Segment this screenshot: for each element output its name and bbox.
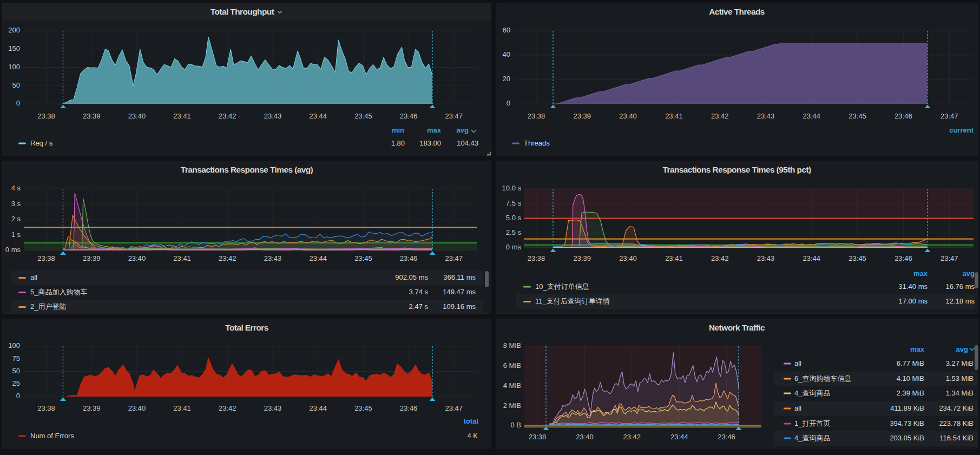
svg-text:4_查询商品: 4_查询商品: [794, 434, 830, 442]
svg-text:min: min: [392, 126, 404, 134]
svg-text:max: max: [913, 269, 928, 278]
svg-text:total: total: [464, 417, 478, 425]
svg-text:23:40: 23:40: [128, 404, 146, 412]
svg-text:23:43: 23:43: [757, 254, 775, 262]
svg-text:902.05 ms: 902.05 ms: [395, 273, 428, 281]
svg-text:16.76 ms: 16.76 ms: [946, 282, 975, 291]
svg-text:394.73 KiB: 394.73 KiB: [890, 419, 924, 427]
svg-text:411.89 KiB: 411.89 KiB: [890, 404, 924, 412]
svg-text:23:38: 23:38: [528, 254, 545, 262]
svg-text:17.00 ms: 17.00 ms: [899, 297, 928, 305]
svg-text:50: 50: [12, 81, 20, 89]
svg-text:12.18 ms: 12.18 ms: [946, 297, 975, 305]
svg-text:23:38: 23:38: [528, 112, 545, 120]
svg-text:current: current: [949, 126, 974, 134]
svg-text:223.78 KiB: 223.78 KiB: [939, 419, 974, 427]
svg-text:23:42: 23:42: [623, 433, 641, 441]
svg-text:23:45: 23:45: [354, 404, 372, 412]
svg-text:6_查询购物车信息: 6_查询购物车信息: [794, 374, 851, 383]
svg-text:6 MiB: 6 MiB: [503, 361, 521, 370]
svg-text:109.16 ms: 109.16 ms: [443, 302, 476, 311]
svg-text:23:44: 23:44: [309, 404, 327, 412]
svg-text:8 MiB: 8 MiB: [503, 341, 521, 350]
svg-text:23:47: 23:47: [940, 254, 958, 262]
svg-text:23:46: 23:46: [400, 254, 418, 262]
svg-text:23:47: 23:47: [445, 112, 463, 120]
svg-text:0: 0: [16, 99, 20, 107]
svg-text:75: 75: [12, 354, 20, 362]
svg-text:all: all: [30, 273, 37, 281]
svg-text:6.77 MiB: 6.77 MiB: [897, 359, 924, 367]
svg-text:1.53 MiB: 1.53 MiB: [946, 374, 974, 383]
svg-text:11_支付后查询订单详情: 11_支付后查询订单详情: [535, 297, 610, 305]
svg-text:200: 200: [8, 26, 20, 34]
svg-text:23:40: 23:40: [619, 112, 637, 120]
svg-text:4_查询商品: 4_查询商品: [794, 389, 830, 397]
svg-text:23:47: 23:47: [940, 112, 958, 120]
svg-text:23:44: 23:44: [309, 254, 327, 262]
svg-text:234.72 KiB: 234.72 KiB: [939, 404, 974, 412]
svg-text:23:45: 23:45: [849, 112, 866, 120]
svg-text:10_支付订单信息: 10_支付订单信息: [535, 282, 589, 291]
svg-text:23:44: 23:44: [803, 112, 821, 120]
svg-text:23:38: 23:38: [37, 112, 55, 120]
svg-text:5_商品加入购物车: 5_商品加入购物车: [30, 288, 87, 296]
svg-text:avg: avg: [457, 126, 469, 134]
svg-text:7.5 s: 7.5 s: [506, 199, 522, 207]
svg-text:23:46: 23:46: [895, 112, 912, 120]
svg-text:23:38: 23:38: [529, 433, 547, 441]
svg-text:23:40: 23:40: [619, 254, 637, 262]
svg-text:23:41: 23:41: [173, 254, 191, 262]
svg-text:23:44: 23:44: [670, 433, 688, 441]
svg-text:Threads: Threads: [524, 139, 550, 147]
svg-text:10.0 s: 10.0 s: [502, 184, 522, 192]
svg-text:23:41: 23:41: [665, 112, 683, 120]
svg-text:23:44: 23:44: [309, 112, 327, 120]
svg-text:4 MiB: 4 MiB: [503, 381, 521, 390]
svg-text:0 ms: 0 ms: [506, 243, 522, 251]
svg-text:23:42: 23:42: [219, 112, 236, 120]
svg-text:104.43: 104.43: [457, 139, 478, 147]
svg-text:60: 60: [503, 26, 510, 34]
svg-text:23:39: 23:39: [574, 254, 591, 262]
svg-text:23:42: 23:42: [711, 112, 729, 120]
svg-text:23:41: 23:41: [173, 404, 191, 412]
svg-text:25: 25: [12, 379, 20, 387]
svg-text:0: 0: [16, 392, 20, 400]
svg-text:23:40: 23:40: [128, 254, 146, 262]
svg-text:avg: avg: [956, 345, 968, 353]
svg-text:3 s: 3 s: [11, 200, 21, 208]
svg-text:23:46: 23:46: [400, 404, 418, 412]
svg-text:23:43: 23:43: [264, 254, 282, 262]
svg-text:23:43: 23:43: [264, 112, 282, 120]
svg-text:23:47: 23:47: [445, 404, 463, 412]
svg-text:2 MiB: 2 MiB: [503, 401, 521, 410]
svg-text:23:41: 23:41: [173, 112, 191, 120]
svg-text:4 s: 4 s: [11, 184, 21, 192]
svg-text:1.80: 1.80: [391, 139, 405, 147]
svg-text:366.11 ms: 366.11 ms: [443, 273, 476, 281]
svg-text:Req / s: Req / s: [30, 139, 53, 147]
svg-text:2.5 s: 2.5 s: [506, 228, 522, 236]
svg-text:3.27 MiB: 3.27 MiB: [946, 359, 974, 367]
svg-text:183.00: 183.00: [419, 139, 441, 147]
svg-text:4 K: 4 K: [467, 432, 478, 440]
svg-text:23:44: 23:44: [803, 254, 821, 262]
svg-text:1 s: 1 s: [11, 230, 21, 239]
svg-text:23:38: 23:38: [37, 404, 55, 412]
svg-text:23:38: 23:38: [37, 254, 55, 262]
svg-text:23:42: 23:42: [219, 404, 236, 412]
svg-text:23:46: 23:46: [400, 112, 418, 120]
svg-text:149.47 ms: 149.47 ms: [443, 288, 476, 296]
svg-text:0 B: 0 B: [510, 421, 521, 429]
svg-text:4.10 MiB: 4.10 MiB: [897, 374, 924, 383]
svg-text:23:43: 23:43: [264, 404, 282, 412]
svg-text:1.34 MiB: 1.34 MiB: [946, 389, 974, 397]
svg-text:avg: avg: [963, 269, 975, 278]
svg-text:20: 20: [503, 75, 510, 83]
svg-text:23:39: 23:39: [83, 254, 101, 262]
svg-text:100: 100: [8, 341, 20, 350]
svg-text:50: 50: [12, 367, 20, 375]
svg-text:0: 0: [507, 99, 510, 107]
svg-text:23:46: 23:46: [895, 254, 912, 262]
